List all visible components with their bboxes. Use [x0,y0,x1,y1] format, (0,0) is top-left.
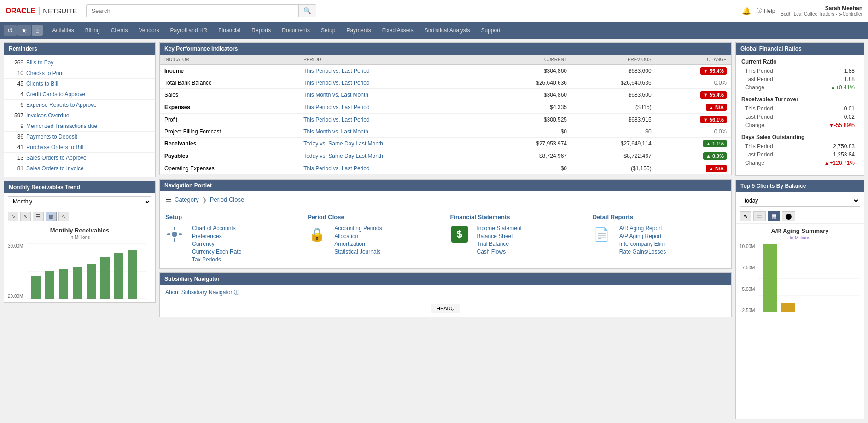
ratio-value: ▲+126.71% [824,160,855,166]
kpi-previous: ($315) [571,101,656,114]
portlet-section-financial: Financial Statements $ Income StatementB… [450,214,583,263]
notification-icon[interactable]: 🔔 [742,6,751,15]
portlet-link[interactable]: A/R Aging Report [619,225,666,232]
svg-rect-6 [73,267,82,299]
kpi-panel: Key Performance Indicators INDICATOR PER… [159,42,732,175]
ar-table-tool[interactable]: ☰ [753,211,766,221]
chart-table-tool[interactable]: ☰ [33,212,44,221]
reminder-link[interactable]: Checks to Print [26,70,64,76]
kpi-period[interactable]: This Period vs. Last Period [299,77,487,89]
portlet-link[interactable]: Balance Sheet [477,233,522,239]
ar-line-tool[interactable]: ∿ [740,211,751,221]
kpi-current: $0 [487,126,571,138]
back-icon[interactable]: ↺ [4,25,17,36]
nav-item-fixed-assets[interactable]: Fixed Assets [377,23,419,37]
nav-item-clients[interactable]: Clients [105,23,134,37]
portlet-link[interactable]: Income Statement [477,225,522,232]
portlet-link[interactable]: Statistical Journals [334,249,382,255]
ar-bar-tool[interactable]: ▩ [768,211,780,221]
kpi-indicator: Profit [160,114,299,126]
portlet-link[interactable]: Cash Flows [477,249,522,255]
ar-pie-tool[interactable]: ⬤ [782,211,795,221]
help-button[interactable]: ⓘ Help [757,7,775,15]
ratio-group: Days Sales Outstanding This Period 2,750… [741,134,858,167]
nav-item-vendors[interactable]: Vendors [134,23,165,37]
kpi-period[interactable]: Today vs. Same Day Last Month [299,138,487,150]
reminder-link[interactable]: Purchase Orders to Bill [26,144,83,151]
subsidiary-help-icon[interactable]: ⓘ [234,289,239,296]
nav-icons: ↺ ★ ⌂ [4,25,43,36]
ratio-row: Last Period 1.88 [741,75,858,83]
nav-item-billing[interactable]: Billing [80,23,105,37]
reminder-link[interactable]: Clients to Bill [26,81,58,87]
kpi-period[interactable]: This Month vs. Last Month [299,89,487,101]
breadcrumb-menu-icon[interactable]: ☰ [165,195,172,204]
reminder-link[interactable]: Credit Cards to Approve [26,91,85,98]
chart-area: Monthly Receivables In Millions 30.00M 2… [4,223,155,302]
nav-item-payments[interactable]: Payments [341,23,376,37]
portlet-link[interactable]: A/P Aging Report [619,233,666,239]
reminder-link[interactable]: Sales Orders to Invoice [26,165,84,172]
subsidiary-link[interactable]: About Subsidiary Navigator [165,289,232,296]
kpi-indicator: Payables [160,150,299,162]
search-input[interactable] [87,5,298,17]
reminder-link[interactable]: Sales Orders to Approve [26,155,87,161]
home-icon[interactable]: ⌂ [32,25,43,36]
portlet-link[interactable]: Rate Gains/Losses [619,249,666,255]
user-info[interactable]: Sarah Meehan Bodhi Leaf Coffee Traders -… [781,5,862,17]
kpi-period[interactable]: Today vs. Same Day Last Month [299,150,487,162]
nav-item-documents[interactable]: Documents [276,23,315,37]
reminder-link[interactable]: Invoices Overdue [26,112,69,119]
top5-select[interactable]: today this week this month [740,195,860,207]
kpi-period[interactable]: This Month vs. Last Month [299,126,487,138]
reminder-link[interactable]: Memorized Transactions due [26,123,97,129]
kpi-period[interactable]: This Period vs. Last Period [299,101,487,114]
portlet-link[interactable]: Amortization [334,241,382,247]
portlet-sections: Setup Chart of AccountsPreferencesCurren… [160,208,731,268]
ratio-label: Change [745,122,764,128]
reminder-link[interactable]: Expense Reports to Approve [26,102,97,108]
portlet-link[interactable]: Intercompany Elim [619,241,666,247]
reminder-link[interactable]: Payments to Deposit [26,133,77,140]
portlet-link[interactable]: Trial Balance [477,241,522,247]
subsidiary-content: About Subsidiary Navigator ⓘ [160,285,731,300]
nav-item-setup[interactable]: Setup [315,23,341,37]
kpi-period[interactable]: This Period vs. Last Period [299,65,487,77]
nav-item-payroll-and-hr[interactable]: Payroll and HR [165,23,213,37]
kpi-period[interactable]: This Period vs. Last Period [299,162,487,175]
favorites-icon[interactable]: ★ [17,25,31,36]
nav-item-support[interactable]: Support [476,23,506,37]
portlet-link[interactable]: Tax Periods [192,256,241,263]
portlet-link[interactable]: Allocation [334,233,382,239]
change-badge: 0.0% [714,128,727,135]
nav-item-statistical-analysis[interactable]: Statistical Analysis [419,23,476,37]
portlet-link[interactable]: Preferences [192,233,241,239]
portlet-links: Chart of AccountsPreferencesCurrencyCurr… [192,225,241,263]
kpi-current: $27,953,974 [487,138,571,150]
kpi-row: Expenses This Period vs. Last Period $4,… [160,101,731,114]
portlet-section-header: Financial Statements [450,214,583,220]
oracle-logo: ORACLE [6,7,35,15]
search-button[interactable]: 🔍 [298,5,316,17]
portlet-link[interactable]: Currency [192,241,241,247]
chart-bar-tool[interactable]: ▩ [46,212,57,221]
nav-item-activities[interactable]: Activities [47,23,79,37]
nav-item-reports[interactable]: Reports [246,23,276,37]
ratio-row: This Period 1.88 [741,67,858,75]
chart-area-tool[interactable]: ∿ [58,212,69,221]
change-badge: ▲ 1.1% [703,140,727,147]
nav-item-financial[interactable]: Financial [213,23,246,37]
chart-wave-tool[interactable]: ∿ [20,212,31,221]
kpi-period[interactable]: This Period vs. Last Period [299,114,487,126]
breadcrumb-category[interactable]: Category [175,196,199,203]
portlet-link[interactable]: Chart of Accounts [192,225,241,232]
logo-divider: | [38,6,41,16]
chart-line-tool[interactable]: ∿ [8,212,18,221]
portlet-link[interactable]: Accounting Periods [334,225,382,232]
reminder-link[interactable]: Bills to Pay [26,59,53,66]
svg-rect-15 [179,233,182,235]
portlet-link[interactable]: Currency Exch Rate [192,249,241,255]
monthly-select[interactable]: Monthly Weekly Quarterly [8,196,151,207]
ar-chart-tools: ∿ ☰ ▩ ⬤ [736,209,864,224]
subsidiary-node[interactable]: HEADQ [431,304,460,313]
